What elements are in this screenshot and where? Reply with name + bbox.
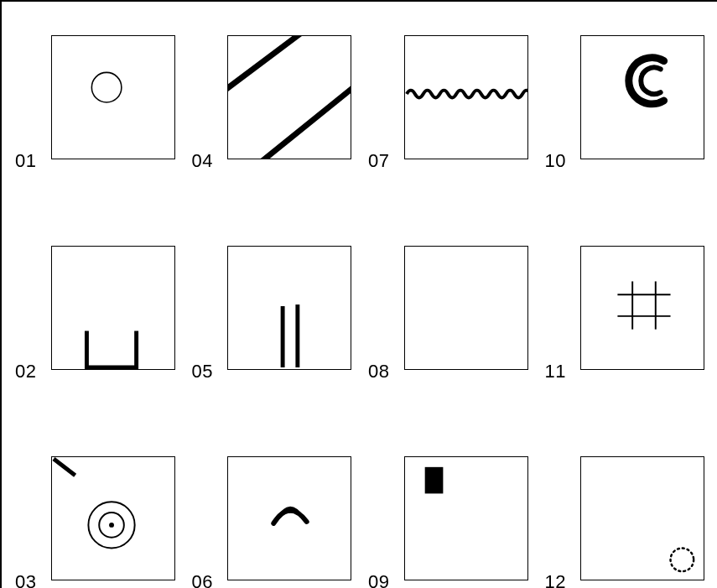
- cell-09: 09: [370, 456, 528, 588]
- tile-02: [51, 246, 175, 370]
- tile-05: [227, 246, 351, 370]
- index-label-08: 08: [368, 362, 389, 381]
- svg-line-2: [253, 81, 351, 159]
- tile-08: [404, 246, 528, 370]
- cell-11: 11: [547, 246, 705, 409]
- index-label-02: 02: [15, 362, 36, 381]
- tile-06: [227, 456, 351, 580]
- svg-rect-13: [424, 467, 443, 494]
- index-label-09: 09: [368, 573, 389, 588]
- tile-11: [580, 246, 704, 370]
- svg-line-9: [53, 459, 75, 476]
- cell-08: 08: [370, 246, 528, 409]
- cell-12: 12: [547, 456, 705, 588]
- cell-06: 06: [194, 456, 352, 588]
- page-frame: 01 04 07 10 02 05 08 11: [0, 0, 717, 588]
- index-label-04: 04: [192, 152, 213, 170]
- tile-01: [51, 35, 175, 159]
- index-label-07: 07: [368, 152, 389, 170]
- index-label-03: 03: [15, 573, 36, 588]
- tile-07: [404, 35, 528, 159]
- cell-07: 07: [370, 35, 528, 199]
- tile-12: [580, 456, 704, 580]
- tile-09: [404, 456, 528, 580]
- index-label-01: 01: [15, 152, 36, 170]
- svg-point-12: [109, 523, 114, 528]
- cell-04: 04: [194, 35, 352, 199]
- tile-10: [580, 35, 704, 159]
- svg-point-0: [91, 72, 122, 102]
- cell-01: 01: [17, 35, 175, 199]
- cell-02: 02: [17, 246, 175, 409]
- index-label-11: 11: [545, 362, 566, 381]
- index-label-12: 12: [545, 573, 566, 588]
- svg-line-1: [228, 36, 320, 94]
- tile-04: [227, 35, 351, 159]
- cell-05: 05: [194, 246, 352, 409]
- svg-point-14: [671, 549, 694, 572]
- index-label-10: 10: [545, 152, 566, 170]
- tile-03: [51, 456, 175, 580]
- index-label-06: 06: [192, 573, 213, 588]
- cell-10: 10: [547, 35, 705, 199]
- tile-grid: 01 04 07 10 02 05 08 11: [17, 35, 704, 588]
- index-label-05: 05: [192, 362, 213, 381]
- cell-03: 03: [17, 456, 175, 588]
